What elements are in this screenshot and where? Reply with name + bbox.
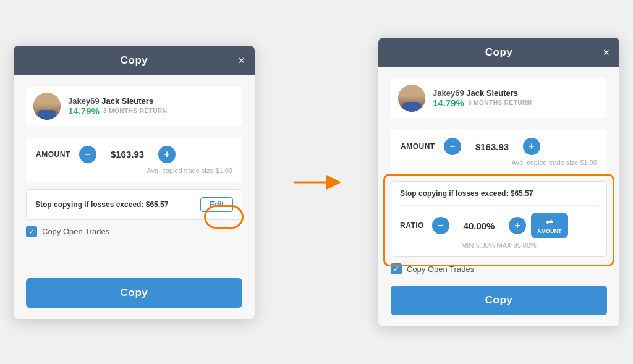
stop-loss-label-2: Stop copying if losses exceed: — [400, 189, 508, 198]
edit-button[interactable]: Edit — [200, 197, 233, 212]
amount-value: $163.93 — [103, 149, 152, 159]
avatar-face-2 — [398, 85, 425, 112]
amount-value-2: $163.93 — [467, 142, 517, 152]
ratio-section: RATIO − 40.00% + ⇌ AMOUNT MIN 5.00% MAX … — [400, 205, 598, 249]
user-info-2: Jakey69 Jack Sleuters 14.79% 3 MONTHS RE… — [433, 88, 532, 108]
dialog-1-body: Jakey69 Jack Sleuters 14.79% 3 MONTHS RE… — [14, 75, 255, 319]
amount-row: AMOUNT − $163.93 + — [36, 146, 232, 163]
copy-open-trades-label: Copy Open Trades — [42, 227, 109, 236]
username: Jakey69 — [68, 96, 100, 106]
stop-loss-label: Stop copying if losses exceed: — [35, 200, 143, 209]
user-info-row: Jakey69 Jack Sleuters 14.79% 3 MONTHS RE… — [26, 87, 242, 126]
amount-label: AMOUNT — [36, 150, 73, 159]
avg-note: Avg. copied trade size $1.00 — [36, 167, 232, 174]
dialog-2-close-button[interactable]: × — [603, 47, 610, 58]
ratio-row: RATIO − 40.00% + ⇌ AMOUNT — [400, 213, 598, 238]
return-label-2: 3 MONTHS RETURN — [468, 99, 532, 106]
ratio-plus-button[interactable]: + — [509, 217, 526, 234]
avatar-body — [38, 110, 56, 120]
copy-open-trades-label-2: Copy Open Trades — [407, 265, 474, 274]
avg-note-2: Avg. copied trade size $1.00 — [401, 159, 597, 166]
return-pct-2: 14.79% — [433, 98, 464, 108]
username-2: Jakey69 — [433, 88, 464, 98]
amount-plus-button[interactable]: + — [158, 146, 176, 163]
return-row: 14.79% 3 MONTHS RETURN — [68, 106, 168, 116]
amount-section-2: AMOUNT − $163.93 + Avg. copied trade siz… — [391, 129, 607, 175]
fullname: Jack Sleuters — [101, 96, 153, 106]
ratio-value: 40.00% — [454, 221, 504, 231]
amount-section: AMOUNT − $163.93 + Avg. copied trade siz… — [26, 137, 242, 183]
amount-plus-button-2[interactable]: + — [523, 138, 540, 155]
user-info-row-2: Jakey69 Jack Sleuters 14.79% 3 MONTHS RE… — [391, 78, 607, 118]
dialog-1: Copy × Jakey69 Jack Sleuters 14.79% — [14, 46, 255, 319]
amount-minus-button-2[interactable]: − — [444, 138, 461, 155]
copy-open-trades-row: ✓ Copy Open Trades — [26, 226, 242, 237]
arrow-icon — [292, 170, 341, 195]
fullname-2: Jack Sleuters — [466, 88, 518, 98]
stop-loss-text: Stop copying if losses exceed: $65.57 — [35, 200, 168, 209]
copy-open-trades-row-2: ✓ Copy Open Trades — [391, 263, 607, 274]
stop-loss-row: Stop copying if losses exceed: $65.57 Ed… — [35, 197, 233, 212]
stop-loss-value-2: $65.57 — [511, 189, 533, 198]
checkbox-icon-2[interactable]: ✓ — [391, 263, 402, 274]
copy-button-1[interactable]: Copy — [26, 278, 242, 308]
dialog-1-title: Copy — [121, 54, 148, 67]
arrow-wrapper — [292, 170, 341, 195]
stop-loss-value: $65.57 — [146, 200, 169, 209]
dialog-2-body: Jakey69 Jack Sleuters 14.79% 3 MONTHS RE… — [378, 67, 619, 326]
amount-minus-button[interactable]: − — [79, 146, 96, 163]
ratio-label: RATIO — [400, 221, 427, 230]
avatar-body-2 — [402, 102, 421, 112]
dialog-1-header: Copy × — [14, 46, 255, 75]
amount-row-2: AMOUNT − $163.93 + — [401, 138, 597, 155]
amount-toggle-label: AMOUNT — [537, 228, 562, 234]
amount-toggle-button[interactable]: ⇌ AMOUNT — [531, 213, 568, 238]
return-pct: 14.79% — [68, 106, 100, 116]
return-row-2: 14.79% 3 MONTHS RETURN — [433, 98, 532, 108]
transfer-icon: ⇌ — [546, 217, 553, 227]
user-name-row-2: Jakey69 Jack Sleuters — [433, 88, 532, 98]
dialog-2-header: Copy × — [378, 38, 619, 67]
avatar — [33, 93, 61, 120]
return-label: 3 MONTHS RETURN — [103, 108, 168, 114]
ratio-minus-button[interactable]: − — [432, 217, 449, 234]
user-name-row: Jakey69 Jack Sleuters — [68, 96, 168, 106]
dialog-1-close-button[interactable]: × — [238, 55, 245, 66]
avatar-2 — [398, 85, 425, 112]
copy-button-2[interactable]: Copy — [391, 286, 607, 315]
stop-loss-ratio-box: Stop copying if losses exceed: $65.57 RA… — [391, 181, 607, 257]
amount-label-2: AMOUNT — [401, 142, 438, 151]
dialog-2-title: Copy — [485, 46, 513, 59]
ratio-minmax: MIN 5.00% MAX 95.00% — [400, 242, 598, 249]
user-info: Jakey69 Jack Sleuters 14.79% 3 MONTHS RE… — [68, 96, 168, 116]
dialog-2: Copy × Jakey69 Jack Sleuters 14.79% — [378, 38, 619, 326]
page-wrapper: Copy × Jakey69 Jack Sleuters 14.79% — [0, 0, 633, 364]
stop-loss-row-2: Stop copying if losses exceed: $65.57 — [400, 189, 598, 198]
checkbox-icon[interactable]: ✓ — [26, 226, 37, 237]
stop-loss-text-2: Stop copying if losses exceed: $65.57 — [400, 189, 533, 198]
avatar-face — [33, 93, 61, 120]
stop-loss-box: Stop copying if losses exceed: $65.57 Ed… — [26, 189, 242, 220]
